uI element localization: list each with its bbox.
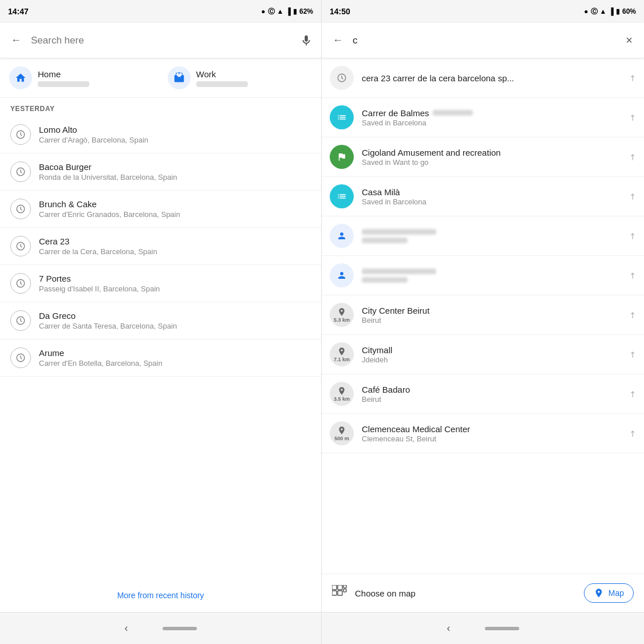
history-item[interactable]: Bacoa Burger Ronda de la Universitat, Ba… xyxy=(0,153,321,191)
signal-icon-r: ▐ xyxy=(609,7,614,15)
clock-icon xyxy=(10,236,31,256)
wifi-icon-r: ▲ xyxy=(600,7,607,15)
history-text: Brunch & Cake Carrer d'Enric Granados, B… xyxy=(39,199,180,219)
history-name: 7 Portes xyxy=(39,274,160,283)
suggestion-item[interactable]: 5.3 km City Center Beirut Beirut ↗ xyxy=(322,295,644,335)
suggestion-item[interactable]: Casa Milà Saved in Barcelona ↗ xyxy=(322,177,644,216)
mic-icon[interactable] xyxy=(298,33,314,49)
history-addr: Passeig d'Isabel II, Barcelona, Spain xyxy=(39,285,160,293)
work-info: Work xyxy=(196,69,248,87)
history-text: Arume Carrer d'En Botella, Barcelona, Sp… xyxy=(39,348,163,368)
back-button-right[interactable]: ← xyxy=(329,31,347,50)
map-btn-label: Map xyxy=(609,588,624,598)
clock-icon xyxy=(10,161,31,182)
home-sub xyxy=(38,81,89,87)
history-text: Cera 23 Carrer de la Cera, Barcelona, Sp… xyxy=(39,236,157,256)
suggestion-name: Citymall xyxy=(362,345,629,355)
search-input-left[interactable] xyxy=(31,35,293,46)
suggestion-item[interactable]: 3.5 km Café Badaro Beirut ↗ xyxy=(322,374,644,414)
svg-rect-10 xyxy=(332,591,337,595)
shortcut-home[interactable]: Home xyxy=(9,66,154,89)
nav-pill-right xyxy=(485,627,519,630)
more-history: More from recent history xyxy=(0,581,321,612)
signal-icon: ▐ xyxy=(286,7,291,15)
history-text: Lomo Alto Carrer d'Aragó, Barcelona, Spa… xyxy=(39,125,148,144)
blurred-sub xyxy=(362,238,408,243)
suggestion-item[interactable]: 7.1 km Citymall Jdeideh ↗ xyxy=(322,335,644,374)
emoji-icon: Ⓒ xyxy=(268,7,275,17)
battery-icon-r: ▮ xyxy=(616,7,620,15)
history-item[interactable]: Cera 23 Carrer de la Cera, Barcelona, Sp… xyxy=(0,228,321,265)
suggestion-text: Clemenceau Medical Center Clemenceau St,… xyxy=(362,424,629,443)
suggestion-sub: Beirut xyxy=(362,316,629,325)
suggestion-item[interactable]: 500 m Clemenceau Medical Center Clemence… xyxy=(322,414,644,453)
history-name: Lomo Alto xyxy=(39,125,148,135)
history-item[interactable]: Lomo Alto Carrer d'Aragó, Barcelona, Spa… xyxy=(0,116,321,153)
clear-button[interactable]: × xyxy=(621,33,637,49)
home-label: Home xyxy=(38,69,89,79)
location-dist-icon: 3.5 km xyxy=(330,382,354,406)
status-bar-left: 14:47 ● Ⓒ ▲ ▐ ▮ 62% xyxy=(0,0,321,23)
suggestion-item[interactable]: cera 23 carrer de la cera barcelona sp..… xyxy=(322,58,644,98)
contact-icon xyxy=(330,224,354,248)
back-button-left[interactable]: ← xyxy=(7,31,25,50)
suggestion-list: cera 23 carrer de la cera barcelona sp..… xyxy=(322,58,644,574)
nav-back-right[interactable]: ‹ xyxy=(447,622,451,634)
blurred-name xyxy=(362,229,436,235)
history-name: Arume xyxy=(39,348,163,358)
time-right: 14:50 xyxy=(330,7,350,16)
search-input-right[interactable] xyxy=(353,35,615,46)
location-icon: ● xyxy=(261,7,265,15)
history-item[interactable]: Arume Carrer d'En Botella, Barcelona, Sp… xyxy=(0,339,321,377)
choose-map-label: Choose on map xyxy=(355,588,576,598)
suggestion-sub: Beirut xyxy=(362,395,629,404)
svg-rect-12 xyxy=(343,585,346,588)
history-item[interactable]: 7 Portes Passeig d'Isabel II, Barcelona,… xyxy=(0,265,321,302)
history-addr: Ronda de la Universitat, Barcelona, Spai… xyxy=(39,173,177,181)
work-shortcut-icon xyxy=(168,66,191,89)
want-to-go-icon xyxy=(330,145,354,169)
map-button[interactable]: Map xyxy=(584,583,634,603)
history-addr: Carrer d'Enric Granados, Barcelona, Spai… xyxy=(39,210,180,219)
suggestion-item[interactable]: Carrer de Balmes Saved in Barcelona ↗ xyxy=(322,98,644,137)
clock-icon xyxy=(10,310,31,331)
home-shortcut-icon xyxy=(9,66,32,89)
status-icons-left: ● Ⓒ ▲ ▐ ▮ 62% xyxy=(261,7,313,17)
history-text: Da Greco Carrer de Santa Teresa, Barcelo… xyxy=(39,311,177,330)
battery-pct-left: 62% xyxy=(299,7,313,15)
history-addr: Carrer de Santa Teresa, Barcelona, Spain xyxy=(39,322,177,330)
suggestion-sub: Jdeideh xyxy=(362,355,629,364)
wifi-icon: ▲ xyxy=(277,7,284,15)
suggestion-text: City Center Beirut Beirut xyxy=(362,306,629,325)
location-icon-r: ● xyxy=(584,7,588,15)
nav-pill-left xyxy=(163,627,197,630)
section-header: YESTERDAY xyxy=(0,98,321,116)
map-grid-icon xyxy=(332,585,347,601)
history-text: Bacoa Burger Ronda de la Universitat, Ba… xyxy=(39,162,177,181)
shortcut-work[interactable]: Work xyxy=(168,66,313,89)
suggestion-item[interactable]: ↗ xyxy=(322,216,644,256)
history-addr: Carrer d'Aragó, Barcelona, Spain xyxy=(39,136,148,144)
right-panel: 14:50 ● Ⓒ ▲ ▐ ▮ 60% ← × cera 23 carrer d… xyxy=(322,0,644,644)
location-dist-icon: 5.3 km xyxy=(330,303,354,327)
bottom-nav-left: ‹ xyxy=(0,612,321,644)
history-name: Cera 23 xyxy=(39,236,157,246)
clock-icon xyxy=(10,124,31,145)
contact-icon xyxy=(330,263,354,287)
history-item[interactable]: Brunch & Cake Carrer d'Enric Granados, B… xyxy=(0,191,321,228)
saved-list-icon2 xyxy=(330,184,354,208)
clock-icon xyxy=(10,347,31,368)
shortcuts: Home Work xyxy=(0,58,321,98)
work-sub xyxy=(196,81,248,87)
more-history-link[interactable]: More from recent history xyxy=(117,591,204,600)
bottom-nav-right: ‹ xyxy=(322,612,644,644)
suggestion-item[interactable]: Cigoland Amusement and recreation Saved … xyxy=(322,137,644,177)
suggestion-name: City Center Beirut xyxy=(362,306,629,315)
history-text: 7 Portes Passeig d'Isabel II, Barcelona,… xyxy=(39,274,160,293)
suggestion-item[interactable]: ↗ xyxy=(322,256,644,295)
history-item[interactable]: Da Greco Carrer de Santa Teresa, Barcelo… xyxy=(0,302,321,339)
time-left: 14:47 xyxy=(8,7,29,16)
battery-icon: ▮ xyxy=(293,7,297,15)
svg-rect-11 xyxy=(338,591,342,595)
nav-back-left[interactable]: ‹ xyxy=(125,622,128,634)
